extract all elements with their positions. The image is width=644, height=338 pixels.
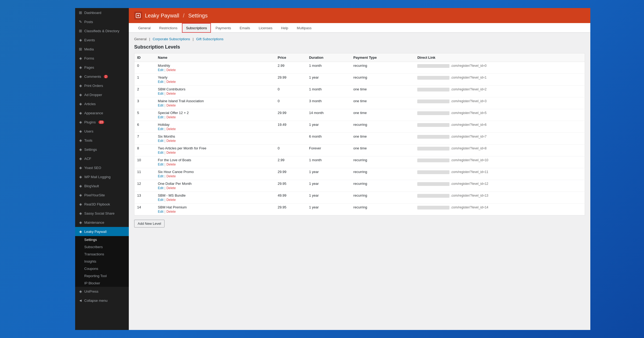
sidebar-sub-item-ipblocker[interactable]: IP Blocker <box>75 280 129 287</box>
delete-link[interactable]: Delete <box>166 163 176 166</box>
edit-link[interactable]: Edit <box>158 151 163 155</box>
sidebar-item-pixelyoursite[interactable]: ◈ PixelYourSite <box>75 190 129 200</box>
table-row: 1YearlyEdit|Delete29.991 yearrecurring.c… <box>134 74 585 86</box>
delete-link[interactable]: Delete <box>166 115 176 119</box>
delete-link[interactable]: Delete <box>166 139 176 143</box>
tab-emails[interactable]: Emails <box>236 23 254 33</box>
cell-direct-link: .com/register/?level_id=13 <box>415 192 585 204</box>
edit-link[interactable]: Edit <box>158 210 163 214</box>
sidebar-item-settings[interactable]: ◈ Settings <box>75 145 129 154</box>
edit-link[interactable]: Edit <box>158 104 163 107</box>
edit-link[interactable]: Edit <box>158 92 163 95</box>
plugins-icon: ◈ <box>78 120 83 124</box>
dashboard-icon: ⊞ <box>78 10 83 15</box>
sidebar-item-leaky-paywall[interactable]: ◈ Leaky Paywall <box>75 227 129 236</box>
action-sep: | <box>164 151 165 155</box>
cell-name: Special Offer 12 + 2Edit|Delete <box>155 109 275 121</box>
sidebar-item-dashboard[interactable]: ⊞ Dashboard <box>75 8 129 17</box>
cell-direct-link: .com/register/?level_id=5 <box>415 109 585 121</box>
cell-price: 49.99 <box>275 192 306 204</box>
tab-help[interactable]: Help <box>277 23 292 33</box>
delete-link[interactable]: Delete <box>166 80 176 84</box>
edit-link[interactable]: Edit <box>158 127 163 131</box>
delete-link[interactable]: Delete <box>166 186 176 190</box>
sidebar-item-yoast[interactable]: ◈ Yoast SEO <box>75 163 129 172</box>
edit-link[interactable]: Edit <box>158 163 163 166</box>
sidebar-item-articles[interactable]: ◈ Articles <box>75 99 129 108</box>
link-blur <box>417 159 449 162</box>
sidebar-sub-item-reporting[interactable]: Reporting Tool <box>75 272 129 280</box>
row-name-text: Six Hour Canoe Promo <box>158 170 272 174</box>
sidebar-item-maintenance[interactable]: ◈ Maintenance <box>75 218 129 227</box>
link-suffix: .com/register/?level_id=2 <box>451 87 486 91</box>
sidebar-item-plugins[interactable]: ◈ Plugins 23 <box>75 117 129 127</box>
sidebar-sub-item-coupons[interactable]: Coupons <box>75 265 129 272</box>
sidebar-item-acf[interactable]: ◈ ACF <box>75 154 129 163</box>
collapse-icon: ◄ <box>78 298 83 303</box>
cell-payment-type: recurring <box>351 192 415 204</box>
sidebar-item-print-orders[interactable]: ◈ Print Orders <box>75 81 129 90</box>
delete-link[interactable]: Delete <box>166 198 176 202</box>
sidebar-item-label: Ad Dropper <box>84 93 102 97</box>
breadcrumb-corporate[interactable]: Corporate Subscriptions <box>153 37 190 41</box>
sidebar-item-sassy[interactable]: ◈ Sassy Social Share <box>75 209 129 218</box>
sidebar-item-unipress[interactable]: ◈ UniPress <box>75 287 129 296</box>
sidebar-item-wpmail[interactable]: ◈ WP Mail Logging <box>75 172 129 181</box>
sidebar-item-events[interactable]: ◈ Events <box>75 35 129 45</box>
sidebar-sub-items: Settings Subscribers Transactions Insigh… <box>75 236 129 287</box>
edit-link[interactable]: Edit <box>158 174 163 178</box>
sidebar-item-tools[interactable]: ◈ Tools <box>75 136 129 145</box>
sidebar-item-collapse[interactable]: ◄ Collapse menu <box>75 296 129 305</box>
sidebar-item-real3d[interactable]: ◈ Real3D Flipbook <box>75 200 129 209</box>
delete-link[interactable]: Delete <box>166 210 176 214</box>
sidebar-item-appearance[interactable]: ◈ Appearance <box>75 108 129 117</box>
tab-multipass[interactable]: Multipass <box>293 23 316 33</box>
sidebar-item-label: Print Orders <box>84 84 103 88</box>
sidebar-sub-item-insights[interactable]: Insights <box>75 258 129 265</box>
tab-subscriptions[interactable]: Subscriptions <box>182 23 211 33</box>
action-sep: | <box>164 163 165 166</box>
sidebar-item-blogvault[interactable]: ◈ BlogVault <box>75 181 129 190</box>
tab-licenses[interactable]: Licenses <box>255 23 276 33</box>
sidebar-item-ad-dropper[interactable]: ◈ Ad Dropper <box>75 90 129 99</box>
edit-link[interactable]: Edit <box>158 80 163 84</box>
sidebar-item-classifieds[interactable]: ⊞ Classifieds & Directory <box>75 26 129 35</box>
sidebar-item-users[interactable]: ◈ Users <box>75 127 129 136</box>
sidebar-item-label: Users <box>84 129 93 133</box>
delete-link[interactable]: Delete <box>166 127 176 131</box>
tab-general[interactable]: General <box>134 23 155 33</box>
add-new-level-button[interactable]: Add New Level <box>134 220 164 227</box>
delete-link[interactable]: Delete <box>166 104 176 107</box>
posts-icon: ✎ <box>78 20 83 24</box>
sidebar-item-posts[interactable]: ✎ Posts <box>75 17 129 26</box>
ad-dropper-icon: ◈ <box>78 93 83 97</box>
breadcrumb-gift[interactable]: Gift Subscriptions <box>196 37 224 41</box>
edit-link[interactable]: Edit <box>158 198 163 202</box>
sidebar-item-comments[interactable]: ◈ Comments 2 <box>75 72 129 81</box>
delete-link[interactable]: Delete <box>166 92 176 95</box>
forms-icon: ◈ <box>78 56 83 60</box>
edit-link[interactable]: Edit <box>158 68 163 72</box>
tab-payments[interactable]: Payments <box>211 23 235 33</box>
delete-link[interactable]: Delete <box>166 68 176 72</box>
table-header-row: ID Name Price Duration Payment Type Dire… <box>134 53 585 62</box>
edit-link[interactable]: Edit <box>158 139 163 143</box>
sidebar-sub-item-subscribers[interactable]: Subscribers <box>75 243 129 251</box>
edit-link[interactable]: Edit <box>158 115 163 119</box>
tab-restrictions[interactable]: Restrictions <box>155 23 181 33</box>
sidebar-sub-item-settings[interactable]: Settings <box>75 236 129 243</box>
sidebar-item-forms[interactable]: ◈ Forms <box>75 54 129 63</box>
cell-id: 7 <box>134 133 155 145</box>
sassy-icon: ◈ <box>78 211 83 215</box>
sidebar-item-label: Pages <box>84 65 94 69</box>
sidebar-item-media[interactable]: ⊞ Media <box>75 45 129 54</box>
cell-price: 2.99 <box>275 62 306 74</box>
row-name-text: Maine Island Trail Association <box>158 99 272 103</box>
link-suffix: .com/register/?level_id=13 <box>451 194 488 197</box>
sidebar-item-pages[interactable]: ◈ Pages <box>75 63 129 72</box>
sidebar-sub-item-transactions[interactable]: Transactions <box>75 251 129 258</box>
cell-payment-type: recurring <box>351 156 415 168</box>
edit-link[interactable]: Edit <box>158 186 163 190</box>
delete-link[interactable]: Delete <box>166 174 176 178</box>
delete-link[interactable]: Delete <box>166 151 176 155</box>
